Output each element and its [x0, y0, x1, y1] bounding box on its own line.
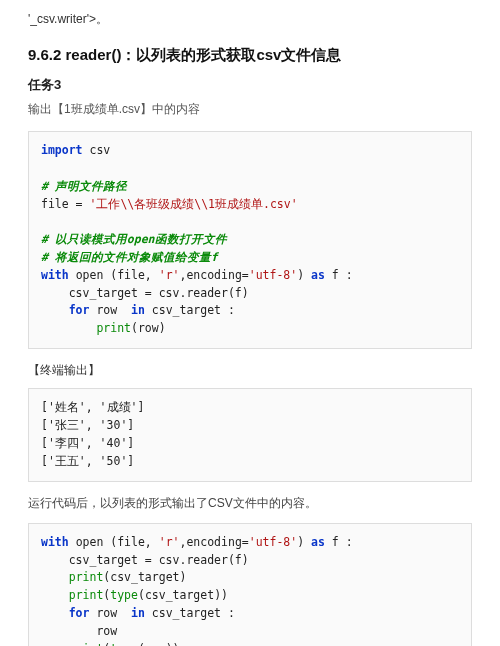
string: 'utf-8' [249, 535, 297, 549]
code-text: csv_target = csv.reader(f) [41, 553, 249, 567]
task-description: 输出【1班成绩单.csv】中的内容 [28, 100, 472, 119]
code-text: (csv_target) [103, 570, 186, 584]
section-heading: 9.6.2 reader()：以列表的形式获取csv文件信息 [28, 43, 472, 67]
code-text [41, 321, 96, 335]
code-text: ) [297, 268, 311, 282]
code-text: open [69, 268, 111, 282]
code-text: (file, [110, 268, 158, 282]
code-text: (csv_target)) [138, 588, 228, 602]
code-text: csv_target : [145, 606, 235, 620]
code-text: file = [41, 197, 89, 211]
code-text: row [89, 606, 131, 620]
code-text: row [89, 303, 131, 317]
code-text: f : [325, 268, 353, 282]
string: 'r' [159, 535, 180, 549]
builtin-print: print [69, 570, 104, 584]
comment: # 以只读模式用open函数打开文件 [41, 232, 227, 246]
code-block-1: import csv # 声明文件路径 file = '工作\\各班级成绩\\1… [28, 131, 472, 349]
kw-import: import [41, 143, 83, 157]
prev-page-fragment: '_csv.writer'>。 [28, 10, 472, 29]
code-text: open [69, 535, 111, 549]
code-text: csv [83, 143, 111, 157]
task-label: 任务3 [28, 75, 472, 96]
code-text: ,encoding= [180, 268, 249, 282]
kw-as: as [311, 268, 325, 282]
code-text: row [41, 624, 117, 638]
code-block-2: with open (file, 'r',encoding='utf-8') a… [28, 523, 472, 646]
comment: # 声明文件路径 [41, 179, 127, 193]
comment: # 将返回的文件对象赋值给变量f [41, 250, 218, 264]
builtin-type: type [110, 642, 138, 646]
code-text: csv_target = csv.reader(f) [41, 286, 249, 300]
terminal-output-block: ['姓名', '成绩'] ['张三', '30'] ['李四', '40'] [… [28, 388, 472, 481]
kw-as: as [311, 535, 325, 549]
code-text: (row) [131, 321, 166, 335]
paragraph: 运行代码后，以列表的形式输出了CSV文件中的内容。 [28, 494, 472, 513]
code-text: ) [297, 535, 311, 549]
code-text: ,encoding= [180, 535, 249, 549]
code-text [41, 570, 69, 584]
kw-with: with [41, 268, 69, 282]
terminal-output-label: 【终端输出】 [28, 361, 472, 380]
string: 'utf-8' [249, 268, 297, 282]
kw-in: in [131, 303, 145, 317]
kw-in: in [131, 606, 145, 620]
code-text: f : [325, 535, 353, 549]
code-text [41, 588, 69, 602]
code-text: csv_target : [145, 303, 235, 317]
string: '工作\\各班级成绩\\1班成绩单.csv' [89, 197, 297, 211]
builtin-print: print [69, 642, 104, 646]
builtin-type: type [110, 588, 138, 602]
builtin-print: print [96, 321, 131, 335]
kw-for: for [41, 303, 89, 317]
builtin-print: print [69, 588, 104, 602]
code-text: (row)) [138, 642, 180, 646]
string: 'r' [159, 268, 180, 282]
code-text [41, 642, 69, 646]
kw-with: with [41, 535, 69, 549]
kw-for: for [41, 606, 89, 620]
code-text: (file, [110, 535, 158, 549]
